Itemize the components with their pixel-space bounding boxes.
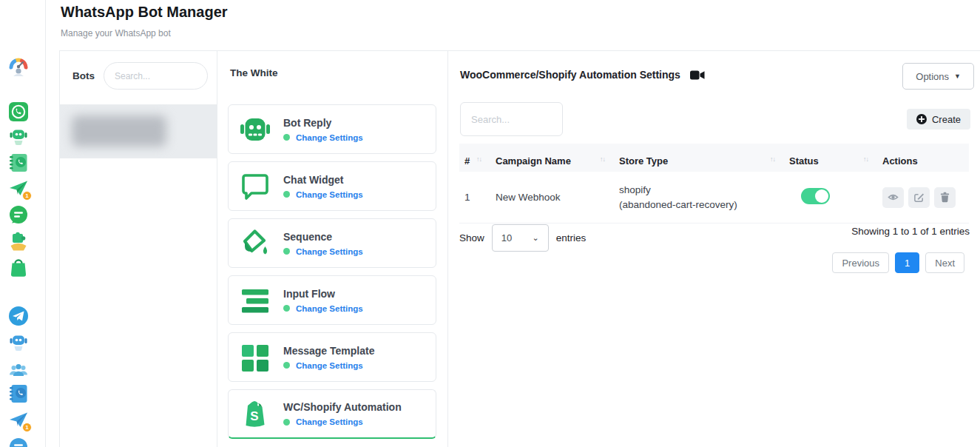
pagination: Previous 1 Next	[832, 252, 964, 273]
change-settings-link[interactable]: Change Settings	[296, 190, 363, 199]
sort-icon: ↑↓	[770, 155, 775, 163]
bots-panel-label: Bots	[72, 70, 95, 81]
table-header-row: #↑↓ Campaign Name↑↓ Store Type↑↓ Status↑…	[459, 144, 969, 172]
view-button[interactable]	[882, 187, 904, 208]
column-header-campaign-name[interactable]: Campaign Name↑↓	[492, 149, 615, 167]
shopify-bag-icon: S	[239, 397, 271, 430]
chevron-down-icon: ▼	[954, 73, 961, 80]
card-label: Input Flow	[283, 288, 363, 300]
card-input-flow[interactable]: Input Flow Change Settings	[228, 275, 436, 325]
status-cell	[785, 188, 879, 206]
column-header-num[interactable]: #↑↓	[459, 149, 492, 167]
bot-name-redacted	[72, 115, 166, 147]
telegram-icon[interactable]	[8, 306, 29, 326]
show-label: Show	[459, 232, 484, 243]
card-message-template[interactable]: Message Template Change Settings	[228, 332, 436, 382]
chat-bubble-icon	[239, 170, 271, 203]
page-size-control: Show 10 ⌄ entries	[459, 224, 586, 252]
store-type: shopify (abandoned-cart-recovery)	[615, 183, 785, 212]
integrations-green-icon[interactable]	[8, 231, 29, 252]
change-settings-link[interactable]: Change Settings	[296, 133, 363, 142]
status-dot	[283, 305, 290, 312]
notification-badge: 1	[22, 423, 32, 432]
card-bot-reply[interactable]: Bot Reply Change Settings	[228, 104, 436, 154]
contacts-blue-icon[interactable]	[8, 383, 29, 404]
card-sequence[interactable]: Sequence Change Settings	[228, 218, 436, 268]
card-label: Sequence	[283, 231, 363, 243]
campaign-name: New Webhook	[492, 192, 615, 203]
svg-text:S: S	[250, 409, 258, 423]
create-button[interactable]: Create	[907, 109, 970, 130]
page-title: WhatsApp Bot Manager	[61, 4, 228, 21]
bot-list-item-selected[interactable]	[60, 104, 217, 158]
bars-icon	[239, 284, 271, 317]
sort-icon: ↑↓	[476, 155, 481, 163]
delete-button[interactable]	[934, 187, 956, 208]
paint-bucket-icon	[239, 227, 271, 260]
status-dot	[283, 362, 290, 369]
options-button[interactable]: Options▼	[902, 63, 974, 90]
change-settings-link[interactable]: Change Settings	[296, 247, 363, 256]
edit-button[interactable]	[908, 187, 930, 208]
dashboard-gauge-icon[interactable]	[8, 56, 29, 77]
column-header-actions: Actions	[879, 149, 969, 167]
card-label: Bot Reply	[283, 117, 363, 129]
app-icon-rail: 1 1	[0, 0, 46, 447]
robot-icon	[239, 113, 271, 146]
change-settings-link[interactable]: Change Settings	[296, 417, 363, 426]
settings-title: WooCommerce/Shopify Automation Settings	[460, 69, 680, 81]
video-tutorial-icon[interactable]	[690, 70, 705, 80]
whatsapp-icon[interactable]	[8, 101, 29, 122]
groups-blue-icon[interactable]	[8, 360, 29, 380]
row-number: 1	[459, 192, 492, 203]
status-dot	[283, 419, 290, 426]
status-dot	[283, 134, 290, 141]
chat-green-icon[interactable]	[8, 205, 29, 226]
entries-summary: Showing 1 to 1 of 1 entries	[851, 226, 970, 237]
robot-blue-icon[interactable]	[8, 332, 29, 353]
next-page-button[interactable]: Next	[925, 252, 964, 273]
bot-menu-panel: The White Bot Reply Change Settings Chat…	[217, 51, 448, 447]
page-size-select[interactable]: 10 ⌄	[492, 224, 549, 252]
status-dot	[283, 248, 290, 255]
status-dot	[283, 191, 290, 198]
actions-cell	[879, 187, 969, 208]
campaigns-table: #↑↓ Campaign Name↑↓ Store Type↑↓ Status↑…	[459, 144, 969, 223]
entries-label: entries	[556, 232, 587, 243]
grid-icon	[239, 341, 271, 374]
broadcast-green-icon[interactable]: 1	[8, 178, 29, 199]
bot-manager-container: Bots The White Bot Reply Change Settings	[59, 50, 980, 447]
toggle-knob	[815, 189, 828, 203]
column-header-status[interactable]: Status↑↓	[785, 149, 879, 167]
card-label: Chat Widget	[283, 174, 363, 186]
table-row: 1 New Webhook shopify (abandoned-cart-re…	[459, 172, 969, 223]
card-wc-shopify-automation[interactable]: S WC/Shopify Automation Change Settings	[228, 389, 436, 439]
edit-icon	[913, 192, 925, 203]
column-header-store-type[interactable]: Store Type↑↓	[615, 149, 785, 167]
campaign-search-input[interactable]	[460, 102, 563, 136]
bots-search-input[interactable]	[104, 62, 208, 90]
sort-icon: ↑↓	[600, 155, 605, 163]
plus-circle-icon	[916, 114, 927, 124]
card-chat-widget[interactable]: Chat Widget Change Settings	[228, 161, 436, 211]
bot-menu-title: The White	[230, 67, 278, 78]
status-toggle[interactable]	[801, 188, 830, 204]
robot-green-icon[interactable]	[8, 127, 29, 147]
page-subtitle: Manage your WhatsApp bot	[61, 28, 171, 38]
notification-badge: 1	[22, 191, 32, 201]
change-settings-link[interactable]: Change Settings	[296, 304, 363, 313]
sort-icon: ↑↓	[863, 155, 868, 163]
store-green-icon[interactable]	[8, 257, 29, 278]
bots-panel: Bots	[60, 51, 217, 447]
automation-settings-panel: WooCommerce/Shopify Automation Settings …	[448, 51, 980, 447]
eye-icon	[888, 192, 899, 203]
card-label: Message Template	[283, 345, 374, 357]
broadcast-blue-icon[interactable]: 1	[8, 410, 29, 431]
chevron-down-icon: ⌄	[533, 233, 539, 243]
current-page-button[interactable]: 1	[895, 252, 919, 273]
change-settings-link[interactable]: Change Settings	[296, 361, 363, 370]
trash-icon	[939, 192, 950, 203]
contacts-green-icon[interactable]	[8, 152, 29, 173]
chat-blue-icon[interactable]	[8, 437, 29, 447]
previous-page-button[interactable]: Previous	[832, 252, 889, 273]
